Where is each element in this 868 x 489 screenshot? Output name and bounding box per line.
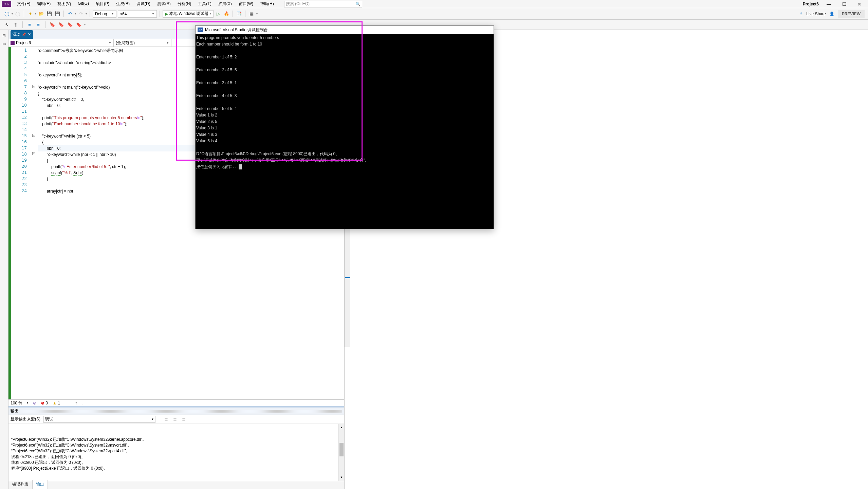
nav-down-icon[interactable]: ↓: [82, 401, 84, 405]
live-share-icon[interactable]: ⇪: [799, 12, 803, 16]
solution-name: Project6: [803, 2, 819, 6]
zoom-level[interactable]: 100 %: [11, 401, 22, 405]
output-scrollbar[interactable]: ▲ ▼: [338, 424, 344, 481]
menu-项目(P)[interactable]: 项目(P): [92, 0, 113, 8]
nav-scope-dropdown[interactable]: (全局范围)▼: [114, 39, 171, 47]
outline-column: −−−: [32, 47, 38, 399]
layout-icon[interactable]: ▦: [248, 11, 255, 17]
outdent-icon[interactable]: ≡: [35, 21, 42, 28]
main-toolbar: ◯ ▾ ◯ ✦ ▾ 📂 💾 💾 ↶ ▾ ↷ ▾ Debug▼ x64▼ ▶ 本地…: [0, 8, 868, 20]
fold-toggle[interactable]: −: [32, 152, 35, 155]
menu-测试(S)[interactable]: 测试(S): [154, 0, 174, 8]
file-browser-icon[interactable]: 📑: [236, 11, 242, 17]
menu-Git(G)[interactable]: Git(G): [74, 0, 92, 8]
output-icon-2[interactable]: ≣: [171, 416, 178, 423]
minimize-button[interactable]: —: [824, 1, 834, 7]
redo-icon[interactable]: ↷: [77, 11, 84, 17]
console-icon: C:\: [198, 28, 203, 32]
console-title-text: Microsoft Visual Studio 调试控制台: [205, 27, 268, 33]
platform-dropdown[interactable]: x64▼: [118, 10, 157, 18]
save-all-icon[interactable]: 💾: [54, 11, 61, 17]
live-share-button[interactable]: Live Share: [806, 12, 826, 16]
search-placeholder: 搜索 (Ctrl+Q): [286, 1, 310, 7]
file-tab-label: 源.c: [13, 32, 20, 37]
menu-文件(F)[interactable]: 文件(F): [14, 0, 34, 8]
fold-toggle[interactable]: −: [32, 85, 35, 88]
indent-icon[interactable]: ≡: [26, 21, 33, 28]
console-title-bar[interactable]: C:\ Microsoft Visual Studio 调试控制台: [196, 26, 494, 34]
output-icon-1[interactable]: ≣: [163, 416, 169, 423]
bookmark-clear-icon[interactable]: 🔖: [75, 21, 82, 28]
menu-窗口(W)[interactable]: 窗口(W): [235, 0, 257, 8]
menu-编辑(E)[interactable]: 编辑(E): [34, 0, 54, 8]
nav-project-dropdown[interactable]: Project6▼: [8, 39, 114, 47]
warning-count: 1: [58, 401, 60, 405]
output-toolbar: 显示输出来源(S): 调试▼ ≣ ≣ ≣: [8, 415, 344, 424]
open-icon[interactable]: 📂: [38, 11, 44, 17]
undo-icon[interactable]: ↶: [67, 11, 73, 17]
editor-status-bar: 100 % ▾ ⊘ ⊗ 0 ▲ 1 ↑ ↓: [8, 399, 344, 406]
rail-icon-1[interactable]: ⊞: [2, 33, 6, 38]
preview-button[interactable]: PREVIEW: [838, 10, 865, 18]
line-number-gutter: 123456789101112131415161718192021222324: [11, 47, 32, 399]
warning-icon: ▲: [53, 401, 57, 405]
close-button[interactable]: ✕: [854, 1, 865, 7]
pointer-icon[interactable]: ↖: [3, 21, 10, 28]
hot-reload-icon[interactable]: 🔥: [223, 11, 230, 17]
forward-icon[interactable]: ◯: [14, 11, 21, 17]
menu-工具(T)[interactable]: 工具(T): [195, 0, 215, 8]
console-output: This program prompts you to enter 5 numb…: [196, 34, 494, 171]
change-indicator: [8, 47, 11, 399]
menu-分析(N)[interactable]: 分析(N): [174, 0, 195, 8]
new-project-icon[interactable]: ✦: [27, 11, 34, 17]
output-title-bar[interactable]: 输出: [8, 408, 344, 415]
error-count: 0: [45, 401, 48, 405]
menu-扩展(X)[interactable]: 扩展(X): [215, 0, 235, 8]
vs-logo-icon: PRE: [2, 1, 11, 7]
start-debug-button[interactable]: ▶ 本地 Windows 调试器 ▾: [163, 10, 214, 18]
output-text[interactable]: “Project6.exe”(Win32): 已加载“C:\Windows\Sy…: [8, 424, 344, 481]
menu-生成(B)[interactable]: 生成(B): [113, 0, 133, 8]
pin-icon[interactable]: 📌: [22, 33, 26, 36]
back-icon[interactable]: ◯: [3, 11, 10, 17]
search-icon: 🔍: [355, 2, 361, 6]
tab-error-list[interactable]: 错误列表: [8, 480, 32, 489]
output-icon-3[interactable]: ≣: [180, 416, 187, 423]
bookmark-next-icon[interactable]: 🔖: [67, 21, 73, 28]
bookmark-icon[interactable]: 🔖: [49, 21, 56, 28]
output-source-dropdown[interactable]: 调试▼: [43, 416, 155, 423]
start-without-debug-icon[interactable]: ▷: [215, 11, 222, 17]
debug-console-window[interactable]: C:\ Microsoft Visual Studio 调试控制台 This p…: [195, 25, 494, 229]
play-icon: ▶: [165, 12, 168, 16]
output-panel: 输出 显示输出来源(S): 调试▼ ≣ ≣ ≣ “Project6.exe”(W…: [8, 406, 344, 481]
file-tab-source[interactable]: 源.c 📌 ✕: [11, 30, 33, 39]
nav-up-icon[interactable]: ↑: [75, 401, 77, 405]
bottom-tab-strip: 错误列表 输出: [8, 481, 344, 489]
menu-调试(D)[interactable]: 调试(D): [133, 0, 154, 8]
config-dropdown[interactable]: Debug▼: [93, 10, 116, 18]
project-cube-icon: [11, 41, 15, 45]
menu-视图(V)[interactable]: 视图(V): [54, 0, 74, 8]
rail-icon-2[interactable]: ▭: [2, 41, 6, 46]
menu-帮助(H)[interactable]: 帮助(H): [257, 0, 277, 8]
bookmark-prev-icon[interactable]: 🔖: [58, 21, 64, 28]
save-icon[interactable]: 💾: [46, 11, 53, 17]
maximize-button[interactable]: ☐: [839, 1, 849, 7]
search-input[interactable]: 搜索 (Ctrl+Q) 🔍: [284, 1, 362, 7]
health-icon[interactable]: ⊘: [33, 401, 36, 405]
output-source-label: 显示输出来源(S):: [11, 416, 41, 422]
tab-output[interactable]: 输出: [32, 480, 48, 489]
left-tool-rail: 服务器资源管理器 ⊞ ▭: [0, 30, 8, 489]
word-wrap-icon[interactable]: ¶: [12, 21, 19, 28]
feedback-icon[interactable]: 👤: [829, 12, 834, 16]
menubar: PRE 文件(F)编辑(E)视图(V)Git(G)项目(P)生成(B)调试(D)…: [0, 0, 868, 8]
fold-toggle[interactable]: −: [32, 134, 35, 137]
tab-close-icon[interactable]: ✕: [28, 32, 31, 37]
error-icon: ⊗: [41, 401, 44, 405]
